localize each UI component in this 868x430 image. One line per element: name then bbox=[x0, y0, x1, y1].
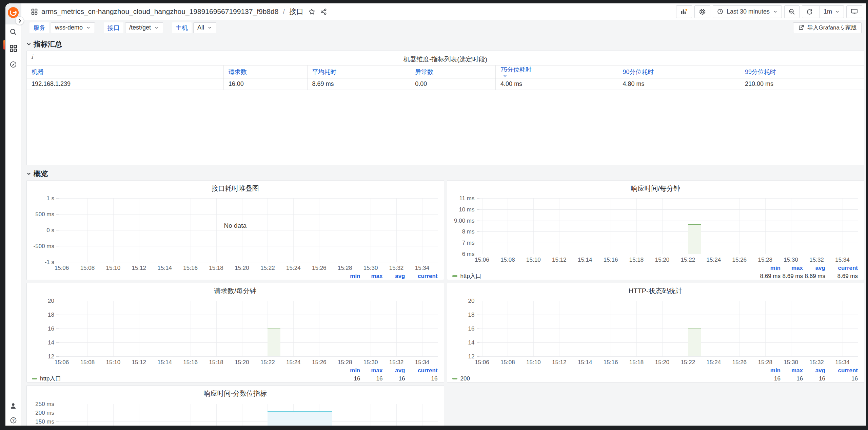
series-bar[interactable] bbox=[268, 411, 332, 426]
legend-stat-value: 8.69 ms bbox=[758, 273, 781, 280]
refresh-button[interactable] bbox=[802, 6, 816, 18]
sidebar-expand-button[interactable] bbox=[15, 16, 24, 25]
legend-stat-header[interactable]: min bbox=[338, 367, 360, 374]
column-header-label: 75分位耗时 bbox=[500, 66, 532, 73]
legend-stat-header[interactable]: current bbox=[405, 367, 438, 374]
x-axis-label: 15:06 bbox=[51, 359, 73, 366]
table-column-header[interactable]: 异常数 bbox=[410, 66, 496, 78]
legend-stat-value: 16 bbox=[338, 375, 360, 382]
time-range-picker[interactable]: Last 30 minutes bbox=[713, 5, 782, 18]
legend-series-name[interactable]: http入口 bbox=[32, 375, 338, 382]
x-axis-label: 15:12 bbox=[128, 359, 150, 366]
add-panel-button[interactable] bbox=[676, 5, 692, 18]
y-axis-tick bbox=[56, 342, 59, 343]
table-cell: 16.00 bbox=[223, 78, 307, 90]
x-axis-label: 15:12 bbox=[548, 257, 570, 263]
legend-stat-header[interactable]: avg bbox=[383, 367, 405, 374]
y-axis-tick bbox=[477, 356, 479, 357]
chevron-down-icon bbox=[86, 25, 91, 30]
zoom-out-button[interactable] bbox=[784, 5, 800, 18]
legend-stat-header[interactable]: avg bbox=[803, 367, 825, 374]
filter-value-dropdown[interactable]: All bbox=[193, 22, 216, 33]
y-axis-label: -500 ms bbox=[27, 243, 54, 250]
filter-label: 主机 bbox=[172, 22, 192, 33]
dashboard-grid-icon[interactable] bbox=[31, 8, 38, 15]
user-avatar-icon[interactable] bbox=[5, 402, 21, 410]
filter-value-dropdown[interactable]: wss-demo bbox=[51, 22, 95, 33]
filter-value-dropdown[interactable]: /test/get bbox=[125, 22, 163, 33]
table-row[interactable]: 192.168.1.23916.008.69 ms0.004.00 ms4.80… bbox=[27, 78, 864, 90]
x-axis-label: 15:32 bbox=[385, 265, 408, 272]
cycle-view-mode-button[interactable] bbox=[846, 5, 862, 18]
chevron-down-icon bbox=[835, 9, 840, 14]
table-column-header[interactable]: 99分位耗时 bbox=[740, 66, 864, 78]
filter-group: 接口/test/get bbox=[104, 22, 163, 33]
legend-stat-header[interactable]: avg bbox=[383, 273, 405, 280]
table-column-header[interactable]: 平均耗时 bbox=[307, 66, 410, 78]
legend-stat-value: 16 bbox=[781, 375, 803, 382]
v-gridline bbox=[139, 404, 139, 426]
import-grafana-pro-button[interactable]: 导入Grafana专家版 bbox=[793, 22, 862, 33]
legend-stat-header[interactable]: min bbox=[338, 273, 360, 280]
chart-panel-response-time-percentiles: 响应时间-分数位指标250 ms200 ms150 ms100 ms bbox=[26, 385, 444, 426]
legend-stat-header[interactable]: current bbox=[825, 265, 858, 272]
explore-compass-icon[interactable] bbox=[5, 60, 21, 69]
share-icon[interactable] bbox=[320, 8, 327, 15]
legend-stat-header[interactable]: min bbox=[758, 367, 781, 374]
v-gridline bbox=[422, 404, 422, 426]
refresh-interval-dropdown[interactable]: 1m bbox=[820, 6, 844, 18]
x-axis-label: 15:26 bbox=[308, 359, 330, 366]
x-axis-label: 15:06 bbox=[471, 359, 493, 366]
x-axis-label: 15:10 bbox=[102, 265, 124, 272]
table-cell: 192.168.1.239 bbox=[27, 78, 223, 90]
legend-stat-header[interactable]: avg bbox=[803, 265, 825, 272]
y-axis-label: 500 ms bbox=[27, 211, 54, 218]
panel-title[interactable]: HTTP-状态码统计 bbox=[447, 286, 864, 296]
table-column-header[interactable]: 机器 bbox=[27, 66, 223, 78]
h-gridline bbox=[59, 422, 438, 422]
section-header-metrics-summary[interactable]: 指标汇总 bbox=[26, 40, 864, 49]
series-bar[interactable] bbox=[688, 329, 701, 356]
column-header-label: 99分位耗时 bbox=[745, 69, 776, 75]
table-column-header[interactable]: 请求数 bbox=[223, 66, 307, 78]
h-gridline bbox=[59, 342, 438, 343]
panel-title[interactable]: 响应时间-分数位指标 bbox=[27, 389, 444, 398]
search-icon[interactable] bbox=[5, 28, 21, 36]
chart-plot bbox=[59, 301, 438, 356]
legend-series-name[interactable]: http入口 bbox=[452, 272, 758, 280]
star-icon[interactable] bbox=[308, 8, 315, 15]
filter-bar: 服务wss-demo接口/test/get主机All 导入Grafana专家版 bbox=[21, 20, 866, 36]
legend-stat-header[interactable]: current bbox=[405, 273, 438, 280]
h-gridline bbox=[479, 342, 858, 343]
x-axis-label: 15:32 bbox=[806, 257, 828, 263]
table-panel-title[interactable]: 机器维度-指标列表(选定时段) bbox=[27, 55, 864, 64]
v-gridline bbox=[191, 404, 191, 426]
legend-stat-header[interactable]: max bbox=[360, 367, 383, 374]
legend-series-name[interactable]: 200 bbox=[452, 375, 758, 382]
legend-stat-header[interactable]: max bbox=[781, 367, 803, 374]
section-header-overview[interactable]: 概览 bbox=[26, 169, 864, 178]
y-axis-label: 7 ms bbox=[447, 240, 475, 246]
panel-title[interactable]: 接口耗时堆叠图 bbox=[27, 184, 444, 193]
x-axis-label: 15:32 bbox=[385, 359, 408, 366]
y-axis-tick bbox=[477, 231, 479, 232]
legend-stat-header[interactable]: min bbox=[758, 265, 781, 272]
add-panel-icon bbox=[680, 8, 688, 16]
legend-stat-header[interactable]: max bbox=[781, 265, 803, 272]
panel-title[interactable]: 响应时间/每分钟 bbox=[447, 184, 864, 193]
panel-title[interactable]: 请求数/每分钟 bbox=[27, 286, 444, 296]
legend-stat-header[interactable]: max bbox=[360, 273, 383, 280]
dashboard-title[interactable]: arms_metrics_cn-hangzhou_cloud_hangzhou_… bbox=[41, 7, 278, 16]
help-icon[interactable]: ? bbox=[5, 416, 21, 424]
dashboard-settings-button[interactable] bbox=[694, 5, 710, 18]
x-axis-label: 15:16 bbox=[179, 265, 202, 272]
table-column-header[interactable]: 90分位耗时 bbox=[618, 66, 740, 78]
dashboards-nav-icon[interactable] bbox=[5, 44, 21, 53]
series-bar[interactable] bbox=[268, 329, 280, 356]
table-column-header[interactable]: 75分位耗时 bbox=[496, 66, 618, 78]
legend-stat-header[interactable]: current bbox=[825, 367, 858, 374]
column-header-label: 异常数 bbox=[415, 69, 433, 75]
x-axis-label: 15:18 bbox=[205, 265, 228, 272]
app-logo[interactable] bbox=[8, 7, 19, 18]
series-bar[interactable] bbox=[688, 224, 701, 254]
